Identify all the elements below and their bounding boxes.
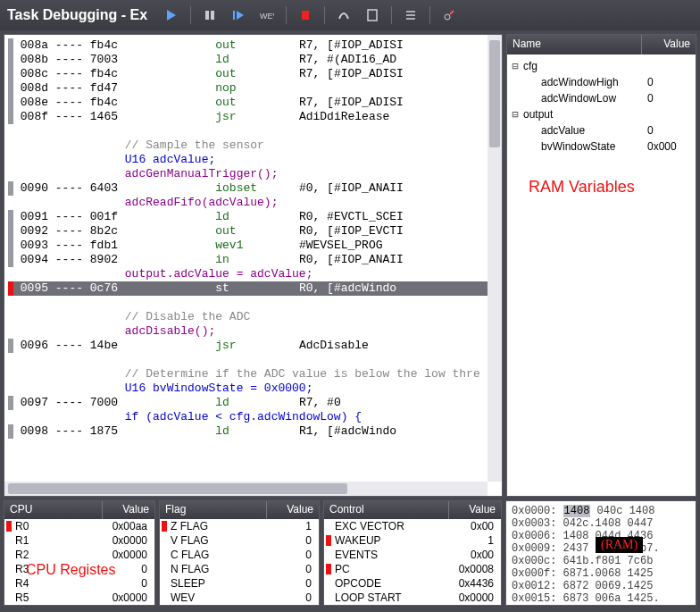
- code-line[interactable]: 0093 ---- fdb1 wev1 #WEVSEL_PROG: [8, 239, 502, 253]
- vscrollbar[interactable]: [488, 35, 502, 482]
- tool-d-button[interactable]: [439, 5, 459, 25]
- table-row[interactable]: EVENTS0x00: [324, 548, 501, 562]
- code-line[interactable]: 0091 ---- 001f ld R0, #EVCTL_SCEI: [8, 210, 502, 224]
- code-line[interactable]: 0098 ---- 1875 ld R1, [#adcWindo: [8, 424, 502, 439]
- table-row[interactable]: R50x0000: [4, 591, 154, 605]
- code-line[interactable]: 008f ---- 1465 jsr AdiDdiRelease: [8, 110, 502, 124]
- annotation-ram-vars: RAM Variables: [529, 178, 635, 197]
- tree-row[interactable]: ⊟cfg: [509, 58, 694, 74]
- hscrollbar[interactable]: [4, 482, 488, 496]
- step-over-button[interactable]: WEV: [257, 5, 277, 25]
- table-row[interactable]: SLEEP0: [160, 576, 319, 591]
- step-button[interactable]: [229, 5, 248, 25]
- table-row[interactable]: R40: [4, 576, 154, 591]
- ctl-col-val[interactable]: Value: [449, 501, 501, 519]
- cpu-col-name[interactable]: CPU: [4, 501, 103, 519]
- tool-c-button[interactable]: [401, 5, 421, 25]
- tree-row[interactable]: adcValue0: [509, 122, 694, 138]
- tool-a-button[interactable]: [334, 5, 354, 25]
- flag-col-val[interactable]: Value: [267, 501, 319, 519]
- cpu-col-val[interactable]: Value: [103, 501, 154, 519]
- table-row[interactable]: OPCODE0x4436: [324, 576, 501, 591]
- flag-col-name[interactable]: Flag: [160, 501, 267, 519]
- reg-value: 0x00: [444, 520, 501, 532]
- code-line[interactable]: [8, 353, 502, 367]
- table-row[interactable]: PC0x0008: [324, 562, 501, 576]
- table-row[interactable]: R00x00aa: [4, 519, 154, 533]
- expand-icon[interactable]: ⊟: [509, 108, 521, 121]
- reg-name: R0: [15, 520, 97, 532]
- table-row[interactable]: V FLAG0: [160, 533, 319, 548]
- code-line[interactable]: 0095 ---- 0c76 st R0, [#adcWindo: [8, 281, 502, 296]
- table-row[interactable]: Z FLAG1: [160, 519, 319, 533]
- change-marker: [162, 592, 167, 603]
- code-line[interactable]: adcGenManualTrigger();: [8, 167, 502, 181]
- code-line[interactable]: 008c ---- fb4c out R7, [#IOP_ADISI: [8, 67, 502, 81]
- vscroll-thumb[interactable]: [489, 40, 500, 147]
- table-row[interactable]: R20x0000: [4, 548, 154, 562]
- table-row[interactable]: EXC VECTOR0x00: [324, 519, 501, 533]
- tree-row[interactable]: adcWindowLow0: [509, 90, 694, 106]
- table-row[interactable]: C FLAG0: [160, 548, 319, 562]
- tree-row[interactable]: ⊟output: [509, 106, 694, 122]
- svg-rect-3: [233, 11, 235, 20]
- pause-button[interactable]: [200, 5, 220, 25]
- table-row[interactable]: WEV0: [160, 591, 319, 605]
- code-line[interactable]: 0094 ---- 8902 in R0, [#IOP_ANAII: [8, 253, 502, 267]
- svg-point-8: [445, 14, 450, 20]
- stop-button[interactable]: [296, 5, 315, 25]
- code-line[interactable]: 0096 ---- 14be jsr AdcDisable: [8, 339, 502, 353]
- memory-dump[interactable]: 0x0000: 1408 040c 14080x0003: 042c.1408 …: [506, 501, 696, 606]
- var-name: bvWindowState: [521, 140, 647, 153]
- expand-icon[interactable]: ⊟: [509, 60, 521, 72]
- col-value[interactable]: Value: [642, 35, 696, 54]
- code-line[interactable]: 0092 ---- 8b2c out R0, [#IOP_EVCTI: [8, 224, 502, 239]
- tree-row[interactable]: adcWindowHigh0: [509, 74, 694, 90]
- change-marker: [162, 549, 167, 560]
- mem-line: 0x000c: 641b.f801 7c6b: [512, 555, 690, 567]
- code-line[interactable]: [8, 124, 502, 138]
- code-line[interactable]: 008b ---- 7003 ld R7, #(ADI16_AD: [8, 53, 502, 67]
- table-row[interactable]: LOOP START0x0000: [324, 591, 501, 605]
- table-row[interactable]: N FLAG0: [160, 562, 319, 576]
- col-name[interactable]: Name: [507, 35, 642, 54]
- mem-selection[interactable]: 1408: [563, 505, 591, 517]
- code-line[interactable]: 008d ---- fd47 nop: [8, 81, 502, 96]
- window-title: Task Debugging - Ex: [7, 7, 147, 23]
- var-value: 0: [647, 76, 694, 88]
- code-line[interactable]: 008a ---- fb4c out R7, [#IOP_ADISI: [8, 38, 502, 53]
- reg-name: EXC VECTOR: [335, 520, 444, 532]
- code-line[interactable]: output.adcValue = adcValue;: [8, 267, 502, 281]
- table-row[interactable]: WAKEUP1: [324, 533, 501, 548]
- run-button[interactable]: [162, 5, 181, 25]
- reg-name: SLEEP: [171, 577, 262, 590]
- variables-tree[interactable]: ⊟cfgadcWindowHigh0adcWindowLow0⊟outputad…: [507, 54, 696, 158]
- code-line[interactable]: adcDisable();: [8, 324, 502, 339]
- code-line[interactable]: // Sample the sensor: [8, 138, 502, 153]
- code-line[interactable]: // Determine if the ADC value is below t…: [8, 367, 502, 381]
- code-line[interactable]: 0097 ---- 7000 ld R7, #0: [8, 396, 502, 410]
- code-line[interactable]: [8, 296, 502, 310]
- code-line[interactable]: if (adcValue < cfg.adcWindowLow) {: [8, 410, 502, 424]
- code-line[interactable]: // Disable the ADC: [8, 310, 502, 324]
- reg-value: 0x0000: [97, 591, 154, 604]
- tree-row[interactable]: bvWindowState0x000: [509, 138, 694, 155]
- reg-name: WEV: [171, 591, 262, 604]
- disassembly-pane[interactable]: 008a ---- fb4c out R7, [#IOP_ADISI 008b …: [4, 34, 503, 497]
- hscroll-thumb[interactable]: [8, 483, 347, 494]
- ctl-col-name[interactable]: Control: [324, 501, 449, 519]
- change-marker: [326, 564, 331, 574]
- annotation-cpu: CPU Registes: [26, 562, 115, 578]
- code-line[interactable]: 008e ---- fb4c out R7, [#IOP_ADISI: [8, 96, 502, 110]
- change-marker: [162, 578, 167, 589]
- tool-b-button[interactable]: [362, 5, 382, 25]
- mem-line: 0x0015: 6873 006a 1425.: [512, 592, 690, 605]
- table-row[interactable]: R10x0000: [4, 533, 154, 548]
- change-marker: [162, 564, 167, 574]
- var-name: cfg: [521, 60, 647, 72]
- code-line[interactable]: U16 bvWindowState = 0x0000;: [8, 381, 502, 396]
- code-line[interactable]: U16 adcValue;: [8, 153, 502, 167]
- code-line[interactable]: adcReadFifo(adcValue);: [8, 196, 502, 210]
- code-line[interactable]: 0090 ---- 6403 iobset #0, [#IOP_ANAII: [8, 181, 502, 196]
- var-name: adcWindowLow: [521, 92, 647, 105]
